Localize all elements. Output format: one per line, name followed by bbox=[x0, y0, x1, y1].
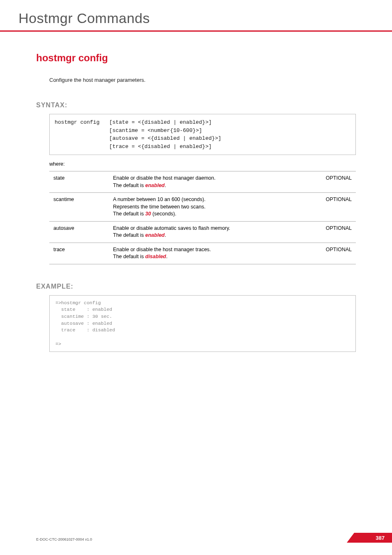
page-title: Hostmgr Commands bbox=[0, 0, 392, 30]
where-label: where: bbox=[49, 161, 356, 167]
example-box: =>hostmgr config state : enabled scantim… bbox=[49, 295, 356, 352]
param-name: state bbox=[49, 171, 109, 193]
table-row: trace Enable or disable the host manager… bbox=[49, 243, 356, 264]
table-row: scantime A number between 10 an 600 (sec… bbox=[49, 193, 356, 222]
page-number: 387 bbox=[376, 535, 385, 541]
param-name: scantime bbox=[49, 193, 109, 222]
param-flag: OPTIONAL bbox=[319, 243, 356, 264]
params-table: state Enable or disable the host manager… bbox=[49, 171, 356, 264]
param-desc: Enable or disable the host manager daemo… bbox=[109, 171, 319, 193]
page-badge-shape bbox=[347, 533, 392, 543]
param-desc: A number between 10 an 600 (seconds). Re… bbox=[109, 193, 319, 222]
table-row: state Enable or disable the host manager… bbox=[49, 171, 356, 193]
param-name: trace bbox=[49, 243, 109, 264]
param-flag: OPTIONAL bbox=[319, 171, 356, 193]
param-flag: OPTIONAL bbox=[319, 221, 356, 243]
doc-id: E-DOC-CTC-20061027-0004 v1.0 bbox=[36, 537, 92, 541]
param-desc: Enable or disable the host manager trace… bbox=[109, 243, 319, 264]
param-desc: Enable or disable automatic saves to fla… bbox=[109, 221, 319, 243]
page-number-badge: 387 bbox=[347, 533, 392, 543]
svg-marker-0 bbox=[347, 533, 392, 543]
description: Configure the host manager parameters. bbox=[49, 77, 356, 83]
syntax-box: hostmgr config [state = <{disabled | ena… bbox=[49, 114, 356, 155]
table-row: autosave Enable or disable automatic sav… bbox=[49, 221, 356, 243]
example-label: EXAMPLE: bbox=[36, 283, 356, 290]
syntax-label: SYNTAX: bbox=[36, 102, 356, 109]
param-name: autosave bbox=[49, 221, 109, 243]
syntax-cmd: hostmgr config bbox=[55, 119, 99, 125]
param-flag: OPTIONAL bbox=[319, 193, 356, 222]
footer: E-DOC-CTC-20061027-0004 v1.0 387 bbox=[0, 533, 392, 543]
header-rule bbox=[0, 30, 392, 32]
section-heading: hostmgr config bbox=[36, 52, 356, 64]
